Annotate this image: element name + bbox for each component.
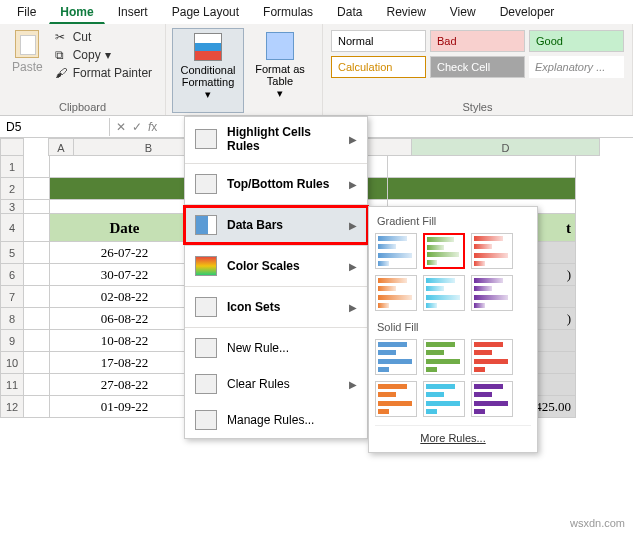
databar-gradient-purple[interactable] <box>471 275 513 311</box>
databar-solid-purple[interactable] <box>471 381 513 417</box>
row-header[interactable]: 2 <box>0 178 24 200</box>
cell-date[interactable]: 27-08-22 <box>50 374 200 396</box>
more-rules-link[interactable]: More Rules... <box>375 425 531 446</box>
databar-gradient-lightblue[interactable] <box>423 275 465 311</box>
data-bars-submenu: Gradient Fill Solid Fill More Rules... <box>368 206 538 453</box>
row-header[interactable]: 11 <box>0 374 24 396</box>
scissors-icon: ✂ <box>55 30 69 44</box>
data-bars-icon <box>195 215 217 235</box>
tab-file[interactable]: File <box>6 1 47 23</box>
tab-page-layout[interactable]: Page Layout <box>161 1 250 23</box>
databar-gradient-red[interactable] <box>471 233 513 269</box>
cut-button[interactable]: ✂Cut <box>51 28 156 46</box>
cell[interactable] <box>24 264 50 286</box>
col-header-a[interactable]: A <box>48 138 74 156</box>
menu-icon-sets[interactable]: Icon Sets▶ <box>185 289 367 325</box>
tab-developer[interactable]: Developer <box>489 1 566 23</box>
solid-fill-label: Solid Fill <box>375 319 531 339</box>
menu-clear-rules[interactable]: Clear Rules▶ <box>185 366 367 402</box>
row-header[interactable]: 6 <box>0 264 24 286</box>
cell-date[interactable]: 01-09-22 <box>50 396 200 418</box>
copy-button[interactable]: ⧉Copy ▾ <box>51 46 156 64</box>
cell[interactable] <box>24 396 50 418</box>
format-as-table-button[interactable]: Format as Table ▾ <box>244 28 316 113</box>
cell-date[interactable]: 30-07-22 <box>50 264 200 286</box>
cell[interactable] <box>24 352 50 374</box>
brush-icon: 🖌 <box>55 66 69 80</box>
databar-solid-lightblue[interactable] <box>423 381 465 417</box>
gradient-fill-label: Gradient Fill <box>375 213 531 233</box>
menu-top-bottom-rules[interactable]: Top/Bottom Rules▶ <box>185 166 367 202</box>
conditional-formatting-button[interactable]: Conditional Formatting ▾ <box>172 28 244 113</box>
clipboard-group-label: Clipboard <box>0 101 165 113</box>
chevron-right-icon: ▶ <box>349 302 357 313</box>
clear-rules-icon <box>195 374 217 394</box>
format-as-table-icon <box>266 32 294 60</box>
style-calculation[interactable]: Calculation <box>331 56 426 78</box>
paste-label: Paste <box>12 60 43 74</box>
cell-styles-gallery[interactable]: Normal Bad Good Calculation Check Cell E… <box>329 28 626 80</box>
paste-button[interactable]: Paste <box>6 28 49 82</box>
style-check-cell[interactable]: Check Cell <box>430 56 525 78</box>
style-explanatory[interactable]: Explanatory ... <box>529 56 624 78</box>
menu-color-scales[interactable]: Color Scales▶ <box>185 248 367 284</box>
row-header[interactable]: 12 <box>0 396 24 418</box>
row-header[interactable]: 3 <box>0 200 24 214</box>
name-box[interactable]: D5 <box>0 118 110 136</box>
databar-solid-orange[interactable] <box>375 381 417 417</box>
cell[interactable] <box>24 330 50 352</box>
conditional-formatting-menu: Highlight Cells Rules▶ Top/Bottom Rules▶… <box>184 116 368 439</box>
databar-solid-green[interactable] <box>423 339 465 375</box>
style-good[interactable]: Good <box>529 30 624 52</box>
fx-icon[interactable]: fx <box>148 120 157 134</box>
row-header[interactable]: 1 <box>0 156 24 178</box>
enter-icon[interactable]: ✓ <box>132 120 142 134</box>
menu-highlight-cells-rules[interactable]: Highlight Cells Rules▶ <box>185 117 367 161</box>
style-normal[interactable]: Normal <box>331 30 426 52</box>
chevron-right-icon: ▶ <box>349 220 357 231</box>
manage-rules-icon <box>195 410 217 430</box>
ribbon-tabs: File Home Insert Page Layout Formulas Da… <box>0 0 633 24</box>
cell[interactable] <box>24 374 50 396</box>
cell[interactable] <box>24 242 50 264</box>
tab-data[interactable]: Data <box>326 1 373 23</box>
row-header[interactable]: 9 <box>0 330 24 352</box>
top-bottom-icon <box>195 174 217 194</box>
select-all-triangle[interactable] <box>0 138 24 156</box>
menu-new-rule[interactable]: New Rule... <box>185 330 367 366</box>
databar-gradient-green[interactable] <box>423 233 465 269</box>
row-header[interactable]: 10 <box>0 352 24 374</box>
tab-home[interactable]: Home <box>49 1 104 24</box>
chevron-right-icon: ▶ <box>349 379 357 390</box>
chevron-right-icon: ▶ <box>349 134 357 145</box>
menu-data-bars[interactable]: Data Bars▶ <box>185 207 367 243</box>
tab-view[interactable]: View <box>439 1 487 23</box>
cell-date[interactable]: 02-08-22 <box>50 286 200 308</box>
tab-insert[interactable]: Insert <box>107 1 159 23</box>
watermark: wsxdn.com <box>570 517 625 529</box>
cell-date[interactable]: 17-08-22 <box>50 352 200 374</box>
style-bad[interactable]: Bad <box>430 30 525 52</box>
cancel-icon[interactable]: ✕ <box>116 120 126 134</box>
format-painter-button[interactable]: 🖌Format Painter <box>51 64 156 82</box>
tab-review[interactable]: Review <box>375 1 436 23</box>
databar-gradient-blue[interactable] <box>375 233 417 269</box>
row-header[interactable]: 7 <box>0 286 24 308</box>
cell[interactable] <box>24 308 50 330</box>
databar-gradient-orange[interactable] <box>375 275 417 311</box>
col-header-d[interactable]: D <box>412 138 600 156</box>
cell-date[interactable]: 26-07-22 <box>50 242 200 264</box>
cell-date[interactable]: 06-08-22 <box>50 308 200 330</box>
row-header[interactable]: 4 <box>0 214 24 242</box>
databar-solid-blue[interactable] <box>375 339 417 375</box>
color-scales-icon <box>195 256 217 276</box>
tab-formulas[interactable]: Formulas <box>252 1 324 23</box>
styles-group-label: Styles <box>323 101 632 113</box>
row-header[interactable]: 8 <box>0 308 24 330</box>
databar-solid-red[interactable] <box>471 339 513 375</box>
new-rule-icon <box>195 338 217 358</box>
row-header[interactable]: 5 <box>0 242 24 264</box>
cell[interactable] <box>24 286 50 308</box>
menu-manage-rules[interactable]: Manage Rules... <box>185 402 367 438</box>
cell-date[interactable]: 10-08-22 <box>50 330 200 352</box>
